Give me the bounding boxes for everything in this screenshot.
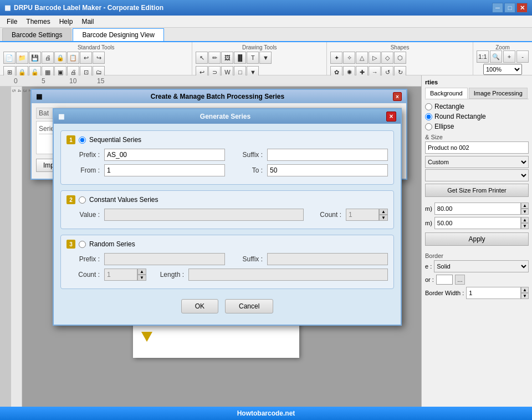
right-tab-image-processing[interactable]: Image Processing xyxy=(469,88,528,99)
round-rectangle-radio[interactable] xyxy=(425,113,432,120)
to-input[interactable] xyxy=(267,164,388,176)
tab-barcode-designing[interactable]: Barcode Designing View xyxy=(73,28,164,41)
rectangle-radio[interactable] xyxy=(425,103,432,110)
close-button[interactable]: ✕ xyxy=(516,3,528,13)
zoom-out-btn[interactable]: - xyxy=(516,50,529,63)
draw-barcode-btn[interactable]: ▐▌ xyxy=(234,52,246,64)
random-radio[interactable] xyxy=(79,241,86,248)
undo-btn[interactable]: ↩ xyxy=(80,52,92,64)
width-up[interactable]: ▲ xyxy=(521,203,529,209)
rectangle-option[interactable]: Rectangle xyxy=(425,103,529,110)
menu-help[interactable]: Help xyxy=(55,17,78,27)
shape-tri2[interactable]: ▷ xyxy=(369,52,381,64)
border-width-up[interactable]: ▲ xyxy=(521,287,529,293)
shape-star2[interactable]: ✧ xyxy=(343,52,355,64)
arrow-shape xyxy=(141,332,152,342)
menu-themes[interactable]: Themes xyxy=(22,17,54,27)
ellipse-option[interactable]: Ellipse xyxy=(425,123,529,130)
product-name-input[interactable] xyxy=(425,141,529,154)
menu-file[interactable]: File xyxy=(2,17,22,27)
window-controls[interactable]: ─ □ ✕ xyxy=(492,3,528,13)
border-type-select[interactable]: Solid xyxy=(434,260,529,272)
shape-dia[interactable]: ◇ xyxy=(381,52,393,64)
shapes-section: Shapes ✦ ✧ △ ▷ ◇ ⬡ ✿ ✺ ✚ → ↺ ↻ xyxy=(327,42,473,75)
save-btn[interactable]: 💾 xyxy=(29,52,41,64)
count-input xyxy=(346,209,379,221)
shape-star1[interactable]: ✦ xyxy=(330,52,342,64)
menu-mail[interactable]: Mail xyxy=(77,17,98,27)
gen-close-btn[interactable]: × xyxy=(386,112,396,122)
size-sub-select[interactable] xyxy=(425,169,529,181)
section2-number: 2 xyxy=(66,195,75,204)
constant-radio[interactable] xyxy=(79,196,86,204)
ellipse-radio[interactable] xyxy=(425,123,432,130)
height-down[interactable]: ▼ xyxy=(521,223,529,229)
from-input[interactable] xyxy=(104,164,225,176)
cancel-btn[interactable]: Cancel xyxy=(225,299,273,313)
height-input[interactable] xyxy=(434,217,521,229)
zoom-percent-select[interactable]: 100% xyxy=(483,64,522,75)
round-rectangle-label: Round Rectangle xyxy=(434,113,486,120)
toolbar-area: Standard Tools 📄 📁 💾 🖨 🔒 📋 ↩ ↪ ⊞ 🔒 🔓 ▦ ▣… xyxy=(0,42,532,75)
gen-actions: OK Cancel xyxy=(60,295,394,318)
draw-txt-btn[interactable]: T xyxy=(247,52,259,64)
minimize-button[interactable]: ─ xyxy=(492,3,503,13)
batch-close-btn[interactable]: × xyxy=(393,92,402,101)
section3-number: 3 xyxy=(66,240,75,249)
suffix-input[interactable] xyxy=(267,149,388,161)
new-btn[interactable]: 📄 xyxy=(3,52,16,64)
ellipse-label: Ellipse xyxy=(434,123,454,130)
border-width-down[interactable]: ▼ xyxy=(521,293,529,299)
get-size-btn[interactable]: Get Size From Printer xyxy=(425,184,529,197)
redo-btn[interactable]: ↪ xyxy=(93,52,105,64)
zoom-label: Zoom xyxy=(495,44,510,50)
border-width-input[interactable] xyxy=(466,287,521,299)
random-count-spin-btns: ▲ ▼ xyxy=(137,269,146,281)
draw-more-btn[interactable]: ▼ xyxy=(259,52,272,64)
width-down[interactable]: ▼ xyxy=(521,209,529,215)
standard-tools-section: Standard Tools 📄 📁 💾 🖨 🔒 📋 ↩ ↪ ⊞ 🔒 🔓 ▦ ▣… xyxy=(0,42,192,75)
from-label: From : xyxy=(66,166,100,174)
generate-series-dialog: ▦ Generate Series × 1 Sequential Series … xyxy=(53,108,402,326)
border-color-swatch[interactable] xyxy=(436,275,453,285)
round-rectangle-option[interactable]: Round Rectangle xyxy=(425,113,529,120)
ok-btn[interactable]: OK xyxy=(181,299,218,313)
border-section: Border e : Solid or : … Border Width : ▲ xyxy=(425,252,529,299)
right-panel-tabs: Background Image Processing xyxy=(425,88,529,99)
tab-barcode-settings[interactable]: Barcode Settings xyxy=(2,28,71,41)
zoom-in-btn[interactable]: + xyxy=(503,50,515,63)
width-spinners: ▲ ▼ xyxy=(521,203,529,215)
gen-title-bar: ▦ Generate Series × xyxy=(54,109,401,124)
draw-img-btn[interactable]: 🖼 xyxy=(221,52,233,64)
shape-hex[interactable]: ⬡ xyxy=(394,52,406,64)
tb-btn5[interactable]: 🔒 xyxy=(54,52,66,64)
shape-tri1[interactable]: △ xyxy=(356,52,368,64)
draw-arrow-btn[interactable]: ↖ xyxy=(196,52,208,64)
count-up: ▲ xyxy=(379,209,388,215)
zoom-ratio-btn[interactable]: 1:1 xyxy=(477,50,489,63)
right-tab-background[interactable]: Background xyxy=(425,88,468,99)
prefix-input[interactable] xyxy=(104,149,225,161)
border-width-spinners: ▲ ▼ xyxy=(521,287,529,299)
random-count-input xyxy=(104,269,137,281)
size-type-select[interactable]: Custom xyxy=(425,156,529,168)
open-btn[interactable]: 📁 xyxy=(16,52,28,64)
sequential-radio[interactable] xyxy=(79,136,86,144)
batch-dialog-icon: ▦ xyxy=(36,93,42,100)
maximize-button[interactable]: □ xyxy=(504,3,515,13)
border-color-picker-btn[interactable]: … xyxy=(455,275,465,285)
zoom-magnify-btn[interactable]: 🔍 xyxy=(490,50,502,63)
border-color-label: or : xyxy=(425,276,434,283)
draw-pencil-btn[interactable]: ✏ xyxy=(208,52,221,64)
standard-tools-label: Standard Tools xyxy=(78,44,115,50)
gen-dialog-title: Generate Series xyxy=(200,113,250,120)
height-up[interactable]: ▲ xyxy=(521,217,529,223)
apply-btn[interactable]: Apply xyxy=(425,232,529,246)
tb-btn6[interactable]: 📋 xyxy=(67,52,79,64)
tb-btn4[interactable]: 🖨 xyxy=(42,52,54,64)
width-input[interactable] xyxy=(434,203,521,215)
prefix-label: Prefix : xyxy=(66,151,100,159)
shape-section: Rectangle Round Rectangle Ellipse xyxy=(425,103,529,130)
border-label: Border xyxy=(425,252,529,259)
shapes-label: Shapes xyxy=(391,44,410,50)
